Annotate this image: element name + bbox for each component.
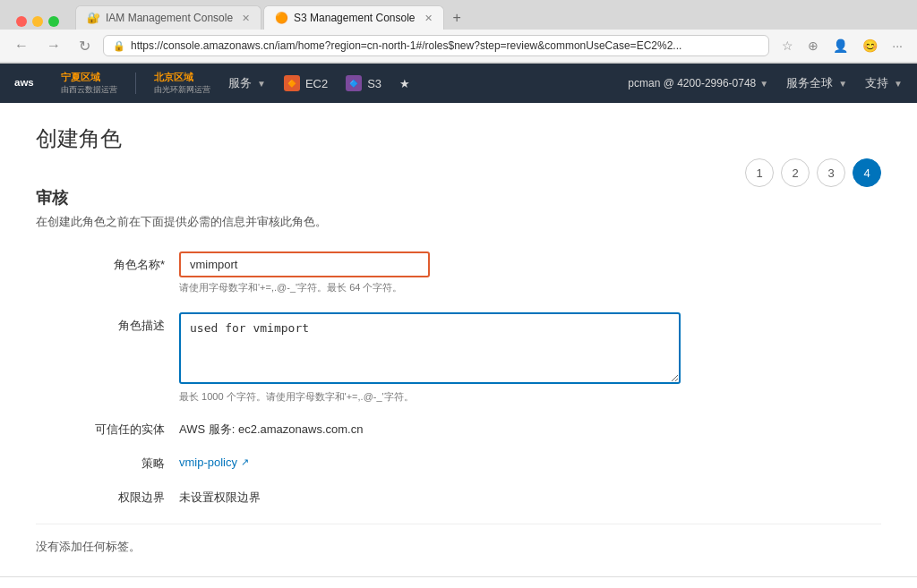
role-name-field: 请使用字母数字和'+=,.@-_'字符。最长 64 个字符。	[179, 251, 881, 294]
services-dropdown[interactable]: 服务 ▼	[228, 75, 266, 91]
tab-iam[interactable]: 🔐 IAM Management Console ✕	[75, 5, 261, 30]
trusted-entity-row: 可信任的实体 AWS 服务: ec2.amazonaws.com.cn	[36, 422, 881, 438]
services-label: 服务	[228, 75, 252, 91]
support-label: 支持	[865, 75, 888, 91]
role-desc-label: 角色描述	[36, 312, 179, 334]
tab-iam-close[interactable]: ✕	[242, 13, 250, 24]
s3-nav-link[interactable]: 🔷 S3	[346, 75, 381, 91]
forward-button[interactable]: →	[41, 36, 66, 55]
account-name: pcman @ 4200-2996-0748	[628, 77, 756, 89]
address-bar[interactable]: 🔒 https://console.amazonaws.cn/iam/home?…	[103, 35, 769, 56]
policy-row: 策略 vmip-policy ↗	[36, 456, 881, 472]
main-content: 创建角色 1 2 3 4 审核 在创建此角色之前在下面提供必需的信息并审核此角色…	[0, 103, 917, 576]
tab-s3[interactable]: 🟠 S3 Management Console ✕	[263, 5, 443, 30]
support-arrow: ▼	[894, 79, 903, 89]
s3-label: S3	[367, 77, 381, 90]
services-arrow: ▼	[257, 79, 266, 89]
aws-navbar: aws 宁夏区域 由西云数据运营 北京区域 由光环新网运营 服务 ▼ 🔶 EC2…	[0, 64, 917, 103]
role-name-hint: 请使用字母数字和'+=,.@-_'字符。最长 64 个字符。	[179, 281, 881, 294]
role-desc-field: used for vmimport 最长 1000 个字符。请使用字母数字和'+…	[179, 312, 881, 404]
nav-divider	[135, 72, 136, 94]
account-arrow: ▼	[759, 79, 768, 89]
tab-s3-icon: 🟠	[275, 12, 288, 24]
address-text: https://console.amazonaws.cn/iam/home?re…	[131, 39, 759, 52]
tab-iam-label: IAM Management Console	[106, 12, 233, 24]
lock-icon: 🔒	[113, 40, 125, 52]
section-title: 审核	[36, 187, 881, 209]
tags-notice: 没有添加任何标签。	[36, 524, 881, 555]
minimize-button[interactable]	[32, 16, 43, 27]
role-name-label: 角色名称*	[36, 251, 179, 273]
service-region-arrow: ▼	[838, 79, 847, 89]
role-desc-row: 角色描述 used for vmimport 最长 1000 个字符。请使用字母…	[36, 312, 881, 404]
s3-icon: 🔷	[346, 75, 362, 91]
policy-label: 策略	[36, 456, 179, 472]
role-desc-textarea[interactable]: used for vmimport	[179, 312, 681, 384]
region-info-1: 宁夏区域 由西云数据运营	[61, 71, 117, 96]
tab-iam-icon: 🔐	[87, 12, 100, 24]
region-sub-2: 由光环新网运营	[154, 84, 210, 96]
region-info-2: 北京区域 由光环新网运营	[154, 71, 210, 96]
step-1-button[interactable]: 1	[745, 158, 774, 187]
step-3-button[interactable]: 3	[817, 158, 845, 187]
service-region-label: 服务全球	[786, 75, 833, 91]
trusted-entity-label: 可信任的实体	[36, 422, 179, 438]
emoji-button[interactable]: 😊	[857, 37, 883, 55]
close-button[interactable]	[16, 16, 27, 27]
aws-logo: aws	[14, 74, 43, 92]
permissions-row: 权限边界 未设置权限边界	[36, 490, 881, 506]
permissions-label: 权限边界	[36, 490, 179, 506]
step-4-button[interactable]: 4	[853, 158, 881, 187]
footer-bar: * 必填 取消 上一步 创建角色	[0, 576, 917, 588]
refresh-button[interactable]: ↻	[73, 36, 96, 56]
external-link-icon: ↗	[241, 456, 249, 468]
region-sub-1: 由西云数据运营	[61, 84, 117, 96]
new-tab-button[interactable]: +	[446, 6, 468, 30]
maximize-button[interactable]	[48, 16, 59, 27]
role-name-row: 角色名称* 请使用字母数字和'+=,.@-_'字符。最长 64 个字符。	[36, 251, 881, 294]
profile-button[interactable]: 👤	[827, 37, 853, 55]
step-2-button[interactable]: 2	[781, 158, 810, 187]
region-name-1: 宁夏区域	[61, 71, 117, 84]
role-name-input[interactable]	[179, 251, 430, 277]
aws-logo-svg: aws	[14, 74, 43, 92]
steps-indicator: 1 2 3 4	[745, 158, 881, 187]
reading-list-button[interactable]: ⊕	[802, 37, 824, 55]
tab-s3-close[interactable]: ✕	[424, 13, 433, 24]
ec2-nav-link[interactable]: 🔶 EC2	[284, 75, 328, 91]
tab-s3-label: S3 Management Console	[294, 12, 415, 24]
account-dropdown[interactable]: pcman @ 4200-2996-0748 ▼	[628, 77, 768, 89]
region-name-2: 北京区域	[154, 71, 210, 84]
trusted-entity-value: AWS 服务: ec2.amazonaws.com.cn	[179, 422, 363, 438]
ec2-label: EC2	[305, 77, 328, 90]
page-title: 创建角色	[36, 124, 881, 153]
back-button[interactable]: ←	[9, 36, 34, 55]
policy-value: vmip-policy ↗	[179, 456, 249, 469]
bookmark-button[interactable]: ☆	[776, 37, 799, 55]
svg-text:aws: aws	[14, 77, 34, 88]
permissions-value: 未设置权限边界	[179, 490, 261, 506]
section-desc: 在创建此角色之前在下面提供必需的信息并审核此角色。	[36, 214, 881, 230]
service-region-dropdown[interactable]: 服务全球 ▼	[786, 75, 847, 91]
policy-link[interactable]: vmip-policy ↗	[179, 456, 249, 469]
support-dropdown[interactable]: 支持 ▼	[865, 75, 903, 91]
role-desc-hint: 最长 1000 个字符。请使用字母数字和'+=,.@-_'字符。	[179, 390, 881, 404]
ec2-icon: 🔶	[284, 75, 300, 91]
more-button[interactable]: ···	[887, 37, 908, 55]
nav-star[interactable]: ★	[399, 77, 410, 90]
